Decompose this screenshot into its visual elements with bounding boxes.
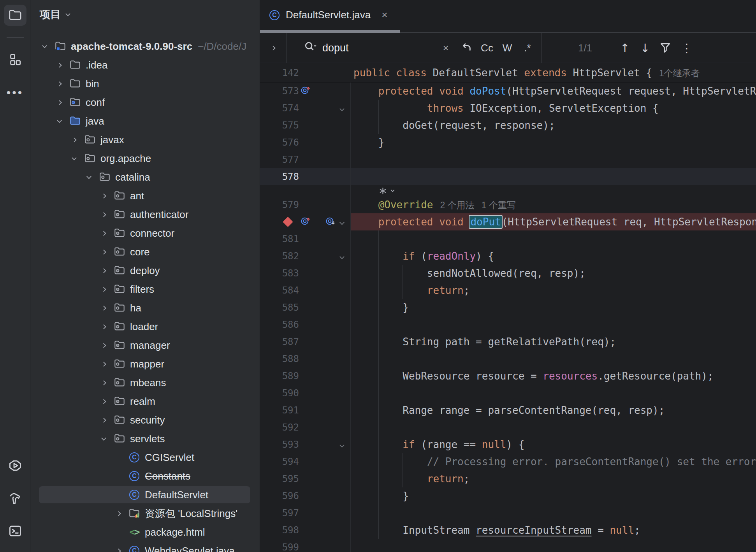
gutter[interactable]: 599 xyxy=(260,539,350,552)
build-tool-button[interactable] xyxy=(4,488,26,509)
tree-item[interactable]: deploy xyxy=(30,261,260,280)
tree-item[interactable]: java xyxy=(30,112,260,130)
gutter[interactable]: 578 xyxy=(260,168,350,185)
gutter[interactable]: 587 xyxy=(260,333,350,350)
chevron-down-icon[interactable] xyxy=(100,435,107,443)
previous-match-button[interactable]: ↑ xyxy=(616,33,634,63)
overrides-method-icon[interactable] xyxy=(301,85,311,97)
terminal-tool-button[interactable] xyxy=(4,521,26,542)
gutter[interactable]: 573 xyxy=(260,83,350,100)
chevron-right-icon[interactable] xyxy=(100,397,107,405)
services-tool-button[interactable] xyxy=(4,455,26,476)
search-type-button[interactable] xyxy=(298,33,322,63)
chevron-right-icon[interactable] xyxy=(100,379,107,387)
gutter[interactable]: 598 xyxy=(260,522,350,539)
chevron-right-icon[interactable] xyxy=(114,547,122,552)
chevron-right-icon[interactable] xyxy=(100,248,107,256)
chevron-right-icon[interactable] xyxy=(100,285,107,293)
gutter[interactable]: 576 xyxy=(260,134,350,151)
tree-item[interactable]: org.apache xyxy=(30,149,260,168)
chevron-right-icon[interactable] xyxy=(100,360,107,368)
more-tool-windows-button[interactable]: ••• xyxy=(4,82,26,103)
next-match-button[interactable]: ↓ xyxy=(636,33,654,63)
tree-item[interactable]: <>package.html xyxy=(30,523,260,541)
chevron-down-icon[interactable] xyxy=(55,117,63,125)
chevron-right-icon[interactable] xyxy=(100,192,107,200)
tree-item[interactable]: .idea xyxy=(30,56,260,74)
fold-chevron-icon[interactable] xyxy=(340,219,344,226)
chevron-right-icon[interactable] xyxy=(55,80,63,88)
tree-item[interactable]: core xyxy=(30,243,260,261)
tree-item[interactable]: conf xyxy=(30,93,260,112)
tree-item[interactable]: connector xyxy=(30,224,260,243)
gutter[interactable]: 597 xyxy=(260,505,350,522)
tree-item[interactable]: ha xyxy=(30,299,260,317)
tree-item[interactable]: apache-tomcat-9.0.90-src~/D/code/J xyxy=(30,37,260,56)
tree-item[interactable]: bin xyxy=(30,74,260,93)
match-case-toggle[interactable]: Cc xyxy=(478,33,496,63)
code-viewport[interactable]: 573 protected void doPost(HttpServletReq… xyxy=(260,83,756,552)
chevron-down-icon[interactable] xyxy=(85,173,93,181)
tree-item[interactable]: CWebdavServlet.java xyxy=(30,541,260,552)
tree-item[interactable]: security xyxy=(30,411,260,429)
method-breakpoint-icon[interactable] xyxy=(283,217,293,227)
words-toggle[interactable]: W xyxy=(499,33,515,63)
filter-icon[interactable] xyxy=(656,33,674,63)
gutter[interactable]: 575 xyxy=(260,117,350,134)
gutter[interactable]: 585 xyxy=(260,299,350,316)
ai-assistant-icon[interactable] xyxy=(354,185,394,196)
gutter[interactable]: 588 xyxy=(260,350,350,367)
tree-item[interactable]: 资源包 'LocalStrings' xyxy=(30,504,260,523)
tree-item[interactable]: realm xyxy=(30,392,260,411)
structure-tool-button[interactable] xyxy=(4,49,26,70)
tree-item[interactable]: CConstants xyxy=(30,467,260,485)
tab-defaultservlet[interactable]: C DefaultServlet.java × xyxy=(268,0,397,30)
tree-item[interactable]: CCGIServlet xyxy=(30,448,260,467)
chevron-right-icon[interactable] xyxy=(100,341,107,349)
gutter[interactable]: 593 xyxy=(260,436,350,453)
tree-item[interactable]: servlets xyxy=(30,429,260,448)
chevron-right-icon[interactable] xyxy=(100,267,107,274)
tree-item[interactable]: javax xyxy=(30,130,260,149)
gutter[interactable]: 586 xyxy=(260,316,350,333)
tree-item[interactable]: manager xyxy=(30,336,260,355)
tree-item[interactable]: ant xyxy=(30,186,260,205)
chevron-right-icon[interactable] xyxy=(100,229,107,237)
tree-item[interactable]: mbeans xyxy=(30,373,260,392)
gutter[interactable]: 592 xyxy=(260,419,350,436)
more-options-icon[interactable]: ⋮ xyxy=(679,33,694,63)
gutter[interactable]: 590 xyxy=(260,385,350,402)
gutter[interactable]: 582 xyxy=(260,248,350,265)
tree-item[interactable]: authenticator xyxy=(30,205,260,224)
gutter[interactable]: 142 xyxy=(260,63,350,83)
tab-close-icon[interactable]: × xyxy=(382,9,387,21)
regex-toggle[interactable]: .* xyxy=(519,33,536,63)
gutter[interactable] xyxy=(260,213,350,230)
overrides-method-icon[interactable] xyxy=(301,216,311,228)
expand-search-button[interactable] xyxy=(267,33,279,63)
chevron-right-icon[interactable] xyxy=(55,98,63,106)
gutter[interactable]: 581 xyxy=(260,230,350,248)
tree-item[interactable]: filters xyxy=(30,280,260,299)
fold-chevron-icon[interactable] xyxy=(340,441,344,448)
search-input[interactable]: doput xyxy=(322,33,349,63)
gutter[interactable]: 589 xyxy=(260,367,350,385)
chevron-right-icon[interactable] xyxy=(100,416,107,424)
tree-item[interactable]: loader xyxy=(30,317,260,336)
newline-icon[interactable] xyxy=(458,33,473,63)
gutter[interactable]: 577 xyxy=(260,151,350,168)
chevron-right-icon[interactable] xyxy=(55,61,63,69)
gutter[interactable]: 574 xyxy=(260,100,350,117)
fold-chevron-icon[interactable] xyxy=(340,105,344,112)
gutter[interactable]: 596 xyxy=(260,487,350,505)
gutter[interactable]: 583 xyxy=(260,265,350,282)
gutter[interactable]: 595 xyxy=(260,470,350,487)
gutter[interactable]: 579 xyxy=(260,196,350,213)
tree-item[interactable]: mapper xyxy=(30,355,260,373)
chevron-right-icon[interactable] xyxy=(100,323,107,330)
chevron-down-icon[interactable] xyxy=(40,42,48,50)
gutter[interactable]: 591 xyxy=(260,402,350,419)
chevron-right-icon[interactable] xyxy=(100,304,107,312)
chevron-right-icon[interactable] xyxy=(100,211,107,218)
project-tool-button[interactable] xyxy=(4,5,26,26)
